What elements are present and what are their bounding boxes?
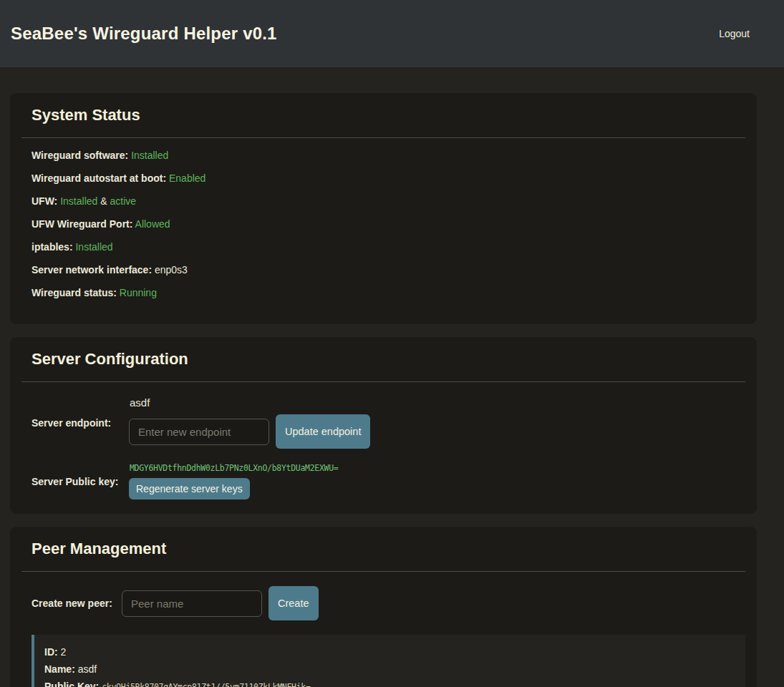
create-peer-button[interactable]: Create: [268, 586, 319, 620]
status-value: Running: [120, 287, 157, 298]
peer-name-label: Name:: [44, 663, 75, 675]
logout-link[interactable]: Logout: [719, 28, 750, 39]
status-label: Wireguard status:: [32, 287, 117, 298]
server-public-key-row: Server Public key: MDGY6HVDtfhnDdhW0zLb7…: [32, 463, 745, 500]
server-endpoint-form: Update endpoint: [129, 414, 370, 449]
status-row-iptables: iptables: Installed: [32, 241, 745, 253]
status-row-ufw: UFW: Installed & active: [32, 195, 745, 207]
status-label: iptables:: [32, 241, 73, 253]
system-status-card: System Status Wireguard software: Instal…: [10, 93, 757, 324]
peer-name-input[interactable]: [122, 590, 262, 617]
status-value: enp0s3: [155, 264, 188, 276]
status-value: Allowed: [135, 218, 170, 230]
create-peer-form: Create: [122, 586, 319, 620]
peer-management-card: Peer Management Create new peer: Create …: [10, 527, 757, 687]
peer-id-line: ID: 2: [44, 643, 734, 661]
server-public-key-content: MDGY6HVDtfhnDdhW0zLb7PNz0LXnO/b8YtDUaM2E…: [129, 463, 338, 500]
app-title: SeaBee's Wireguard Helper v0.1: [11, 24, 277, 44]
peer-public-key-line: Public Key: ckyOHj5Bk8707gAYmcn81Zt1//5y…: [44, 678, 734, 687]
endpoint-input[interactable]: [129, 419, 269, 445]
status-label: Wireguard autostart at boot:: [32, 172, 166, 184]
peer-public-key-value: ckyOHj5Bk8707gAYmcn81Zt1//5ym7110ZkLkMNF…: [102, 682, 310, 687]
main-content: System Status Wireguard software: Instal…: [10, 93, 757, 687]
status-label: Wireguard software:: [32, 150, 128, 161]
status-label: Server network interface:: [32, 264, 152, 276]
peer-public-key-label: Public Key:: [44, 681, 99, 687]
status-label: UFW:: [32, 195, 57, 207]
server-public-key-label: Server Public key:: [32, 476, 129, 487]
status-value: Installed: [75, 241, 112, 253]
system-status-heading: System Status: [21, 104, 745, 138]
peer-management-heading: Peer Management: [21, 538, 745, 572]
status-row-ufw-port: UFW Wireguard Port: Allowed: [32, 218, 745, 230]
regenerate-server-keys-button[interactable]: Regenerate server keys: [129, 478, 250, 500]
server-configuration-heading: Server Configuration: [21, 349, 745, 382]
create-peer-row: Create new peer: Create: [32, 586, 745, 620]
status-row-network-interface: Server network interface: enp0s3: [32, 264, 745, 276]
peer-card: ID: 2 Name: asdf Public Key: ckyOHj5Bk87…: [32, 635, 745, 687]
status-label: UFW Wireguard Port:: [32, 218, 132, 230]
server-public-key-value: MDGY6HVDtfhnDdhW0zLb7PNz0LXnO/b8YtDUaM2E…: [130, 463, 338, 473]
create-peer-label: Create new peer:: [32, 598, 122, 609]
server-endpoint-current-value: asdf: [130, 396, 370, 409]
server-endpoint-content: asdf Update endpoint: [129, 396, 370, 449]
peer-name-value: asdf: [78, 663, 97, 675]
status-value: Enabled: [169, 172, 205, 184]
status-value-2: active: [110, 195, 136, 207]
app-header: SeaBee's Wireguard Helper v0.1 Logout: [0, 0, 784, 67]
server-endpoint-label: Server endpoint:: [32, 417, 129, 429]
peer-id-label: ID:: [44, 646, 58, 658]
peer-id-value: 2: [61, 646, 67, 658]
status-row-wireguard-status: Wireguard status: Running: [32, 287, 745, 298]
update-endpoint-button[interactable]: Update endpoint: [276, 414, 370, 449]
status-value: Installed: [60, 195, 97, 207]
status-row-autostart: Wireguard autostart at boot: Enabled: [32, 172, 745, 184]
server-endpoint-row: Server endpoint: asdf Update endpoint: [32, 396, 745, 449]
peer-name-line: Name: asdf: [44, 661, 734, 678]
status-row-wireguard-software: Wireguard software: Installed: [32, 150, 745, 161]
status-separator: &: [100, 195, 107, 207]
server-configuration-card: Server Configuration Server endpoint: as…: [10, 337, 757, 514]
status-value: Installed: [131, 150, 168, 161]
